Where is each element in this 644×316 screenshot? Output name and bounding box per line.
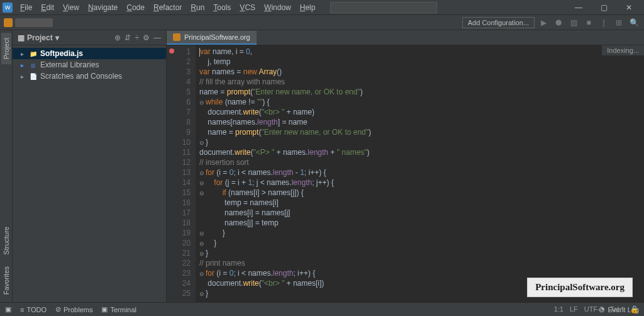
- expand-icon[interactable]: ⇵: [125, 33, 131, 42]
- fold-icon[interactable]: ⊖: [199, 289, 204, 299]
- close-button[interactable]: ✕: [616, 0, 641, 15]
- code-line[interactable]: names[i] = names[j]: [199, 208, 640, 218]
- line-number[interactable]: 10: [168, 137, 191, 147]
- line-number[interactable]: 3: [168, 67, 191, 77]
- code-line[interactable]: ⊖ }: [199, 228, 640, 238]
- fold-icon[interactable]: ⊖: [199, 188, 204, 198]
- line-number[interactable]: 4: [168, 77, 191, 87]
- code-line[interactable]: temp = names[i]: [199, 198, 640, 208]
- coverage-icon[interactable]: ▤: [567, 16, 580, 29]
- fold-icon[interactable]: ⊖: [199, 98, 204, 108]
- code-editor[interactable]: 1234567891011121314151617181920212223242…: [167, 45, 644, 302]
- search-icon[interactable]: 🔍: [628, 16, 640, 29]
- debug-icon[interactable]: ⬢: [552, 16, 565, 29]
- line-number[interactable]: 7: [168, 107, 191, 117]
- structure-tool-tab[interactable]: Structure: [1, 222, 11, 260]
- tool-window-toggle[interactable]: ▣: [5, 305, 11, 313]
- line-number[interactable]: 25: [168, 288, 191, 298]
- add-configuration-button[interactable]: Add Configuration...: [462, 17, 535, 28]
- line-number[interactable]: 16: [168, 198, 191, 208]
- menu-help[interactable]: Help: [296, 2, 319, 13]
- code-line[interactable]: names[j] = temp: [199, 218, 640, 228]
- status-item[interactable]: 1:1: [554, 305, 564, 313]
- code-line[interactable]: ⊖ if (names[i] > names[j]) {: [199, 188, 640, 198]
- line-number[interactable]: 8: [168, 117, 191, 127]
- collapse-icon[interactable]: ÷: [135, 33, 139, 42]
- fold-icon[interactable]: ⊖: [199, 249, 204, 259]
- code-line[interactable]: ⊖for (i = 0; i < names.length - 1; i++) …: [199, 167, 640, 178]
- line-number[interactable]: 22: [168, 258, 191, 268]
- bottom-problems[interactable]: ⊘ Problems: [55, 305, 92, 313]
- project-tree[interactable]: ▸📁Softpedia.js▸⫼External Libraries▸📄Scra…: [13, 45, 166, 84]
- fold-icon[interactable]: ⊖: [199, 138, 204, 148]
- status-item[interactable]: UTF-8: [584, 305, 604, 313]
- fold-icon[interactable]: ⊖: [199, 168, 204, 178]
- code-line[interactable]: ⊖for (i = 0; i < names.length; i++) {: [199, 268, 640, 278]
- project-panel-title[interactable]: ▦ Project ▾: [18, 33, 59, 42]
- line-number[interactable]: 9: [168, 127, 191, 137]
- favorites-tool-tab[interactable]: Favorites: [1, 261, 11, 300]
- code-line[interactable]: names[names.length] = name: [199, 117, 640, 127]
- code-line[interactable]: ⊖ }: [199, 238, 640, 248]
- line-number[interactable]: 18: [168, 218, 191, 228]
- bottom-terminal[interactable]: ▣ Terminal: [101, 305, 136, 313]
- line-number[interactable]: 15: [168, 188, 191, 198]
- tree-item[interactable]: ▸📄Scratches and Consoles: [13, 71, 166, 82]
- menu-vcs[interactable]: VCS: [236, 2, 259, 13]
- maximize-button[interactable]: ▢: [591, 0, 616, 15]
- code-line[interactable]: var name, i = 0,: [199, 47, 640, 57]
- line-number[interactable]: 19: [168, 228, 191, 238]
- code-line[interactable]: ⊖while (name != "") {: [199, 97, 640, 107]
- fold-icon[interactable]: ⊖: [199, 269, 204, 279]
- hide-icon[interactable]: —: [153, 33, 161, 42]
- lock-icon[interactable]: 🔒: [630, 305, 639, 313]
- line-number[interactable]: 14: [168, 178, 191, 188]
- line-number[interactable]: 17: [168, 208, 191, 218]
- menu-navigate[interactable]: Navigate: [84, 2, 121, 13]
- project-tool-tab[interactable]: Project: [1, 33, 11, 64]
- editor-tab[interactable]: PrincipalSoftware.org: [167, 31, 257, 45]
- line-number[interactable]: 11: [168, 147, 191, 157]
- code-line[interactable]: name = prompt("Enter new name, or OK to …: [199, 87, 640, 97]
- line-number[interactable]: 5: [168, 87, 191, 97]
- line-number[interactable]: 13: [168, 167, 191, 178]
- menu-edit[interactable]: Edit: [37, 2, 58, 13]
- line-number[interactable]: 23: [168, 268, 191, 278]
- line-number[interactable]: 1: [168, 47, 191, 57]
- run-icon[interactable]: ▶: [537, 16, 550, 29]
- menu-refactor[interactable]: Refactor: [150, 2, 186, 13]
- line-number[interactable]: 24: [168, 278, 191, 288]
- code-line[interactable]: var names = new Array(): [199, 67, 640, 77]
- code-line[interactable]: ⊖}: [199, 137, 640, 147]
- status-item[interactable]: LF: [570, 305, 578, 313]
- tree-item[interactable]: ▸📁Softpedia.js: [13, 48, 166, 59]
- fold-icon[interactable]: ⊖: [199, 239, 204, 249]
- search-everywhere-input[interactable]: [330, 2, 437, 13]
- code-line[interactable]: ⊖}: [199, 248, 640, 258]
- stop-icon[interactable]: ■: [582, 16, 595, 29]
- code-body[interactable]: var name, i = 0, j, tempvar names = new …: [196, 45, 644, 302]
- line-number[interactable]: 20: [168, 238, 191, 248]
- code-line[interactable]: document.write("<P> " + names.length + "…: [199, 147, 640, 157]
- status-item[interactable]: Tab*: [610, 305, 624, 313]
- menu-tools[interactable]: Tools: [209, 2, 235, 13]
- menu-view[interactable]: View: [59, 2, 83, 13]
- menu-run[interactable]: Run: [187, 2, 208, 13]
- line-number[interactable]: 2: [168, 57, 191, 67]
- menu-file[interactable]: File: [16, 2, 36, 13]
- line-number[interactable]: 12: [168, 157, 191, 167]
- fold-icon[interactable]: ⊖: [199, 178, 204, 188]
- line-number[interactable]: 21: [168, 248, 191, 258]
- bottom-todo[interactable]: ≡ TODO: [20, 306, 47, 313]
- menu-window[interactable]: Window: [260, 2, 295, 13]
- line-gutter[interactable]: 1234567891011121314151617181920212223242…: [167, 45, 196, 302]
- code-line[interactable]: document.write("<br> " + name): [199, 107, 640, 117]
- line-number[interactable]: 6: [168, 97, 191, 107]
- code-line[interactable]: name = prompt("Enter new name, or OK to …: [199, 127, 640, 137]
- menu-code[interactable]: Code: [123, 2, 148, 13]
- gear-icon[interactable]: ⚙: [143, 33, 150, 42]
- code-line[interactable]: // print names: [199, 258, 640, 268]
- code-line[interactable]: j, temp: [199, 57, 640, 67]
- code-line[interactable]: // fill the array with names: [199, 77, 640, 87]
- breadcrumb[interactable]: [15, 18, 53, 27]
